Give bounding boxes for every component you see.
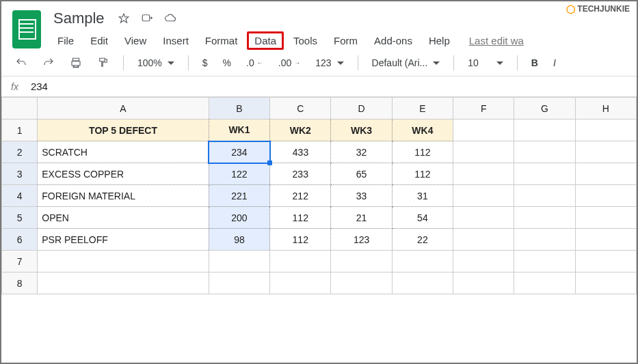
cell-d5[interactable]: 21	[331, 207, 392, 229]
cell-h8[interactable]	[575, 272, 636, 294]
cell-a7[interactable]	[38, 251, 209, 272]
increase-decimal-button[interactable]: .00→	[274, 55, 304, 71]
cell-h4[interactable]	[575, 185, 636, 207]
cell-g1[interactable]	[514, 120, 575, 141]
cell-g3[interactable]	[514, 163, 575, 185]
cell-c2[interactable]: 433	[270, 141, 331, 163]
cell-a6[interactable]: PSR PEELOFF	[38, 229, 209, 251]
undo-button[interactable]	[11, 54, 31, 72]
col-header-e[interactable]: E	[392, 98, 453, 120]
move-icon[interactable]	[140, 12, 154, 25]
cell-g4[interactable]	[514, 185, 575, 207]
cell-b1[interactable]: WK1	[209, 120, 269, 141]
italic-button[interactable]: I	[549, 55, 560, 71]
cell-e6[interactable]: 22	[392, 229, 453, 251]
row-header-7[interactable]: 7	[2, 251, 38, 272]
bold-button[interactable]: B	[527, 55, 542, 71]
row-header-6[interactable]: 6	[2, 229, 38, 251]
decrease-decimal-button[interactable]: .0←	[242, 55, 267, 71]
star-icon[interactable]	[117, 12, 131, 25]
cell-e4[interactable]: 31	[392, 185, 453, 207]
col-header-d[interactable]: D	[331, 98, 392, 120]
menu-view[interactable]: View	[118, 32, 153, 49]
menu-data[interactable]: Data	[247, 31, 284, 50]
cell-e2[interactable]: 112	[392, 141, 453, 163]
cell-h2[interactable]	[575, 141, 636, 163]
last-edit-link[interactable]: Last edit wa	[469, 35, 524, 46]
cell-d3[interactable]: 65	[331, 163, 392, 185]
zoom-dropdown[interactable]: 100%	[133, 55, 178, 71]
row-header-8[interactable]: 8	[2, 272, 38, 294]
paint-format-button[interactable]	[93, 54, 114, 72]
cell-b6[interactable]: 98	[209, 229, 269, 251]
menu-tools[interactable]: Tools	[287, 32, 324, 49]
cell-e3[interactable]: 112	[392, 163, 453, 185]
cell-h3[interactable]	[575, 163, 636, 185]
cell-g8[interactable]	[514, 272, 575, 294]
cell-h7[interactable]	[575, 251, 636, 272]
menu-help[interactable]: Help	[422, 32, 457, 49]
cell-h5[interactable]	[575, 207, 636, 229]
col-header-b[interactable]: B	[209, 98, 269, 120]
cell-a8[interactable]	[38, 272, 209, 294]
row-header-5[interactable]: 5	[2, 207, 38, 229]
cell-g7[interactable]	[514, 251, 575, 272]
cell-c6[interactable]: 112	[270, 229, 331, 251]
cell-f7[interactable]	[453, 251, 514, 272]
cell-h1[interactable]	[575, 120, 636, 141]
cell-d4[interactable]: 33	[331, 185, 392, 207]
menu-insert[interactable]: Insert	[156, 32, 196, 49]
cell-f1[interactable]	[453, 120, 514, 141]
cell-f8[interactable]	[453, 272, 514, 294]
cell-b5[interactable]: 200	[209, 207, 269, 229]
cell-b8[interactable]	[209, 272, 269, 294]
cell-c1[interactable]: WK2	[270, 120, 331, 141]
cell-e7[interactable]	[392, 251, 453, 272]
cell-b3[interactable]: 122	[209, 163, 269, 185]
cloud-status-icon[interactable]	[163, 12, 177, 25]
menu-format[interactable]: Format	[198, 32, 245, 49]
menu-addons[interactable]: Add-ons	[367, 32, 419, 49]
menu-form[interactable]: Form	[327, 32, 364, 49]
cell-f4[interactable]	[453, 185, 514, 207]
col-header-h[interactable]: H	[575, 98, 636, 120]
select-all-corner[interactable]	[2, 98, 38, 120]
font-size-dropdown[interactable]: 10	[464, 55, 507, 71]
cell-g5[interactable]	[514, 207, 575, 229]
cell-c5[interactable]: 112	[270, 207, 331, 229]
cell-c7[interactable]	[270, 251, 331, 272]
print-button[interactable]	[66, 54, 86, 72]
cell-b4[interactable]: 221	[209, 185, 269, 207]
spreadsheet-grid[interactable]: A B C D E F G H 1 TOP 5 DEFECT WK1 WK2 W…	[1, 97, 637, 294]
cell-a5[interactable]: OPEN	[38, 207, 209, 229]
cell-g2[interactable]	[514, 141, 575, 163]
cell-d7[interactable]	[331, 251, 392, 272]
menu-edit[interactable]: Edit	[83, 32, 115, 49]
cell-b7[interactable]	[209, 251, 269, 272]
font-dropdown[interactable]: Default (Ari...	[368, 55, 444, 71]
currency-button[interactable]: $	[198, 55, 212, 71]
cell-c8[interactable]	[270, 272, 331, 294]
row-header-1[interactable]: 1	[2, 120, 38, 141]
cell-e8[interactable]	[392, 272, 453, 294]
col-header-c[interactable]: C	[270, 98, 331, 120]
col-header-a[interactable]: A	[38, 98, 209, 120]
cell-a2[interactable]: SCRATCH	[38, 141, 209, 163]
cell-d8[interactable]	[331, 272, 392, 294]
col-header-f[interactable]: F	[453, 98, 514, 120]
cell-a1[interactable]: TOP 5 DEFECT	[38, 120, 209, 141]
number-format-dropdown[interactable]: 123	[311, 55, 347, 71]
document-name[interactable]: Sample	[51, 8, 107, 29]
row-header-4[interactable]: 4	[2, 185, 38, 207]
redo-button[interactable]	[38, 54, 59, 72]
cell-a4[interactable]: FOREIGN MATERIAL	[38, 185, 209, 207]
cell-a3[interactable]: EXCESS COPPER	[38, 163, 209, 185]
col-header-g[interactable]: G	[514, 98, 575, 120]
row-header-3[interactable]: 3	[2, 163, 38, 185]
cell-e1[interactable]: WK4	[392, 120, 453, 141]
row-header-2[interactable]: 2	[2, 141, 38, 163]
cell-f6[interactable]	[453, 229, 514, 251]
cell-f2[interactable]	[453, 141, 514, 163]
cell-d2[interactable]: 32	[331, 141, 392, 163]
cell-d6[interactable]: 123	[331, 229, 392, 251]
